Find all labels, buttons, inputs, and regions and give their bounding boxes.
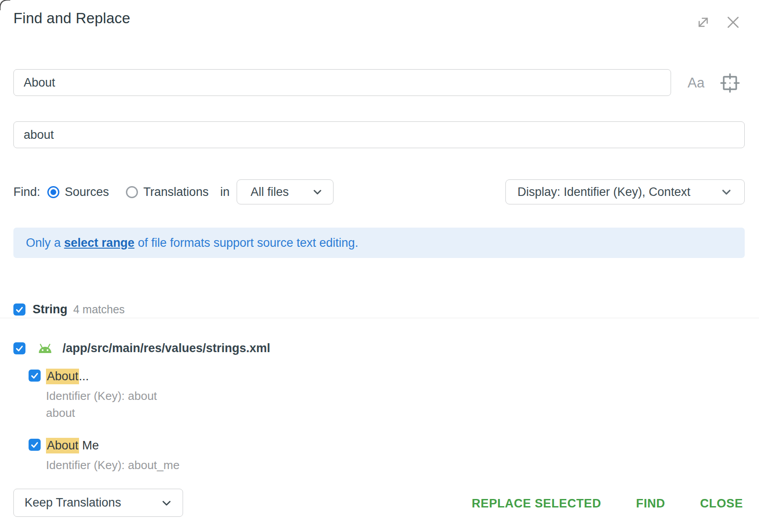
frame-selection-icon[interactable] bbox=[720, 73, 740, 93]
check-icon bbox=[30, 440, 39, 449]
chevron-down-icon bbox=[312, 186, 323, 198]
search-input[interactable] bbox=[13, 69, 671, 96]
radio-sources[interactable] bbox=[47, 186, 59, 198]
header-actions bbox=[696, 14, 741, 30]
file-row[interactable]: /app/src/main/res/values/strings.xml bbox=[13, 341, 270, 355]
result-checkbox[interactable] bbox=[29, 370, 41, 382]
result-item[interactable]: About Me Identifier (Key): about_me bbox=[29, 439, 179, 472]
close-icon[interactable] bbox=[725, 14, 741, 30]
chevron-down-icon bbox=[160, 497, 173, 509]
files-dropdown[interactable]: All files bbox=[237, 179, 334, 204]
result-title: About Me bbox=[46, 439, 179, 453]
check-icon bbox=[30, 371, 39, 380]
divider bbox=[0, 318, 759, 318]
translations-mode-value: Keep Translations bbox=[25, 496, 121, 510]
chevron-down-icon bbox=[720, 186, 733, 198]
file-path: /app/src/main/res/values/strings.xml bbox=[63, 341, 270, 355]
display-dropdown-value: Display: Identifier (Key), Context bbox=[517, 185, 690, 199]
check-icon bbox=[15, 344, 24, 353]
result-title: About... bbox=[46, 370, 157, 383]
find-label: Find: bbox=[13, 185, 40, 199]
expand-icon[interactable] bbox=[696, 15, 711, 30]
dialog-corner bbox=[0, 0, 10, 10]
banner-text-suffix: of file formats support source text edit… bbox=[134, 236, 358, 249]
match-case-toggle[interactable]: Aa bbox=[682, 75, 710, 91]
group-checkbox[interactable] bbox=[13, 303, 25, 316]
find-and-replace-dialog: Find and Replace Aa Fi bbox=[0, 0, 759, 532]
find-button[interactable]: FIND bbox=[636, 497, 665, 511]
result-identifier: Identifier (Key): about bbox=[46, 389, 157, 403]
result-body: About Me Identifier (Key): about_me bbox=[46, 439, 179, 472]
result-body: About... Identifier (Key): about about bbox=[46, 370, 157, 420]
files-dropdown-value: All files bbox=[250, 185, 289, 199]
select-range-link[interactable]: select range bbox=[64, 236, 135, 249]
highlighted-match: About bbox=[46, 438, 79, 453]
info-banner: Only a select range of file formats supp… bbox=[13, 228, 745, 258]
result-checkbox[interactable] bbox=[29, 439, 41, 451]
replace-input[interactable] bbox=[13, 121, 745, 148]
result-title-rest: ... bbox=[79, 370, 89, 383]
display-dropdown[interactable]: Display: Identifier (Key), Context bbox=[505, 179, 745, 204]
radio-sources-label[interactable]: Sources bbox=[65, 185, 109, 199]
replace-selected-button[interactable]: REPLACE SELECTED bbox=[471, 497, 601, 511]
group-label: String bbox=[33, 303, 67, 316]
translations-mode-dropdown[interactable]: Keep Translations bbox=[13, 489, 183, 517]
file-checkbox[interactable] bbox=[13, 342, 25, 354]
radio-translations-label[interactable]: Translations bbox=[143, 185, 209, 199]
highlighted-match: About bbox=[46, 369, 79, 384]
find-options-row: Find: Sources Translations in All files bbox=[13, 179, 334, 204]
check-icon bbox=[15, 305, 24, 314]
in-label: in bbox=[220, 185, 229, 199]
android-icon bbox=[37, 342, 54, 355]
page-title: Find and Replace bbox=[13, 10, 130, 27]
banner-text-prefix: Only a bbox=[26, 236, 64, 249]
footer-actions: REPLACE SELECTED FIND CLOSE bbox=[471, 491, 743, 516]
close-button[interactable]: CLOSE bbox=[700, 497, 743, 511]
result-item[interactable]: About... Identifier (Key): about about bbox=[29, 370, 157, 420]
group-match-count: 4 matches bbox=[73, 303, 125, 316]
radio-translations[interactable] bbox=[126, 186, 138, 198]
result-context: about bbox=[46, 406, 157, 420]
result-title-rest: Me bbox=[79, 439, 99, 452]
result-group-row: String 4 matches bbox=[13, 303, 125, 316]
result-identifier: Identifier (Key): about_me bbox=[46, 458, 179, 472]
